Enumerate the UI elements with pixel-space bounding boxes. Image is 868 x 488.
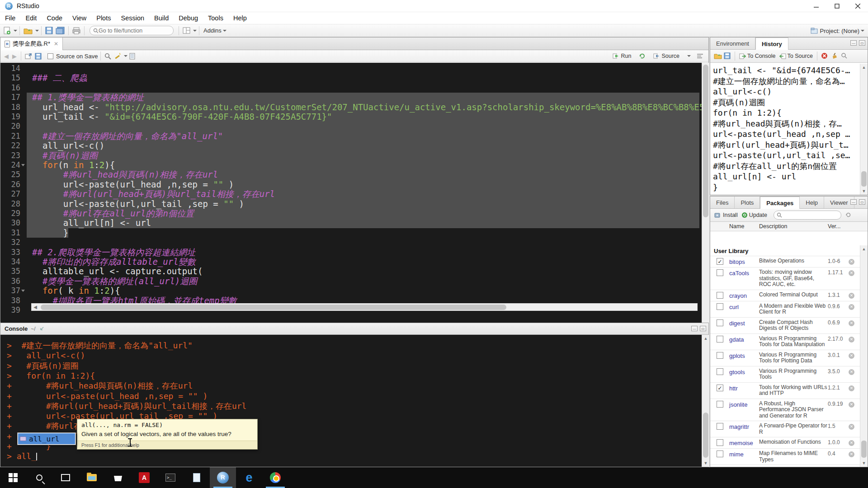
package-name-link[interactable]: gdata (729, 336, 759, 348)
taskbar-command-prompt-icon[interactable]: >_ (157, 467, 184, 488)
editor-horizontal-scrollbar[interactable]: ◀ (31, 303, 698, 311)
history-entry[interactable]: for(n in 1:2){ (713, 108, 860, 118)
taskbar-chrome-icon[interactable] (262, 467, 288, 488)
package-name-link[interactable]: httr (729, 385, 759, 397)
minimize-pane-icon[interactable]: — (850, 40, 857, 46)
save-history-icon[interactable] (724, 52, 731, 60)
remove-package-icon[interactable]: ✕ (849, 424, 854, 430)
save-icon[interactable] (35, 53, 42, 60)
taskbar-task-view-icon[interactable] (52, 467, 79, 488)
close-button[interactable] (847, 0, 868, 12)
history-scrollbar[interactable]: ▲ ▼ (860, 64, 868, 195)
back-icon[interactable]: ◀ (4, 53, 9, 60)
menu-file[interactable]: File (0, 12, 20, 24)
open-history-icon[interactable] (714, 52, 721, 60)
taskbar-store-icon[interactable] (105, 467, 131, 488)
tab-files[interactable]: Files (710, 197, 735, 208)
refresh-icon[interactable] (845, 211, 852, 219)
autocomplete-item[interactable]: all_url (18, 433, 75, 444)
tab-close-icon[interactable]: ✕ (54, 41, 58, 47)
new-file-caret[interactable] (14, 30, 17, 32)
goto-file-box[interactable] (90, 26, 174, 35)
compile-notebook-icon[interactable] (129, 53, 135, 60)
package-search-input[interactable] (782, 212, 836, 218)
to-console-button[interactable]: To Console (739, 53, 776, 59)
rerun-icon[interactable] (639, 53, 646, 59)
menu-session[interactable]: Session (116, 12, 149, 24)
column-name[interactable]: Name (729, 223, 759, 230)
package-checkbox[interactable] (717, 269, 723, 276)
scroll-left-arrow[interactable]: ◀ (32, 305, 39, 310)
package-name-link[interactable]: memoise (729, 439, 759, 446)
outline-icon[interactable] (697, 53, 703, 59)
run-button[interactable]: Run (613, 53, 631, 59)
package-name-link[interactable]: curl (729, 303, 759, 315)
menu-debug[interactable]: Debug (174, 12, 203, 24)
menu-view[interactable]: View (67, 12, 91, 24)
console-vertical-scrollbar[interactable]: ▲ ▼ (702, 335, 709, 467)
minimize-pane-icon[interactable]: — (691, 326, 698, 331)
menu-edit[interactable]: Edit (20, 12, 42, 24)
code-editor[interactable]: 1415161718192021222324252627282930313233… (0, 63, 709, 349)
print-icon[interactable] (72, 27, 80, 34)
package-checkbox[interactable] (717, 423, 723, 430)
maximize-button[interactable] (826, 0, 847, 12)
scroll-down-arrow[interactable]: ▼ (860, 460, 868, 467)
package-checkbox[interactable] (717, 319, 723, 326)
package-checkbox[interactable] (717, 336, 723, 343)
history-entry[interactable]: all_url[n] <- url (713, 171, 860, 182)
menu-code[interactable]: Code (42, 12, 67, 24)
remove-package-icon[interactable]: ✕ (849, 369, 854, 375)
menu-plots[interactable]: Plots (91, 12, 116, 24)
goto-file-input[interactable] (99, 28, 166, 34)
tab-history[interactable]: History (755, 38, 788, 50)
remove-package-icon[interactable]: ✕ (849, 293, 854, 299)
scrollbar-thumb[interactable] (703, 65, 708, 217)
taskbar-red-a-app-icon[interactable]: A (131, 467, 157, 488)
packages-scrollbar[interactable]: ▲ ▼ (860, 245, 868, 467)
tab-environment[interactable]: Environment (710, 38, 755, 49)
package-checkbox[interactable] (717, 439, 723, 446)
remove-entries-icon[interactable] (821, 52, 828, 60)
history-entry[interactable]: #頁碼(n)迴圈 (713, 97, 860, 108)
scrollbar-thumb[interactable] (861, 171, 867, 187)
search-history-icon[interactable] (841, 52, 848, 60)
save-all-icon[interactable] (56, 27, 65, 34)
history-entry[interactable]: #將url(url_head+頁碼)與url_t… (713, 140, 860, 150)
source-on-save-checkbox[interactable] (47, 53, 53, 59)
forward-icon[interactable]: ▶ (12, 53, 17, 60)
package-name-link[interactable]: caTools (729, 269, 759, 288)
tab-packages[interactable]: Packages (760, 197, 800, 209)
to-source-button[interactable]: To Source (779, 53, 813, 59)
find-icon[interactable] (104, 53, 111, 60)
menu-tools[interactable]: Tools (203, 12, 228, 24)
package-name-link[interactable]: digest (729, 319, 759, 332)
install-button[interactable]: Install (714, 212, 738, 218)
package-checkbox[interactable] (717, 401, 723, 408)
package-name-link[interactable]: bitops (729, 258, 759, 265)
scroll-up-arrow[interactable]: ▲ (702, 335, 709, 342)
remove-package-icon[interactable]: ✕ (849, 451, 854, 457)
menu-help[interactable]: Help (228, 12, 252, 24)
remove-package-icon[interactable]: ✕ (849, 320, 854, 326)
tab-help[interactable]: Help (800, 197, 824, 208)
history-entry[interactable]: url_tail <- "&id={6744E5C6-… (713, 65, 860, 76)
history-entry[interactable]: all_url<-c() (713, 86, 860, 97)
addins-caret[interactable] (223, 30, 226, 32)
update-button[interactable]: Update (741, 212, 767, 218)
taskbar-notepad-icon[interactable] (184, 467, 210, 488)
workspace-panes-icon[interactable] (183, 27, 190, 34)
package-name-link[interactable]: jsonlite (729, 401, 759, 419)
fold-arrow-icon[interactable] (21, 290, 25, 292)
maximize-pane-icon[interactable]: ▭ (700, 326, 706, 331)
package-name-link[interactable]: magrittr (729, 423, 759, 435)
history-entry[interactable]: url<-paste(url_head ,n,sep … (713, 129, 860, 140)
popout-icon[interactable] (25, 53, 32, 59)
scrollbar-thumb[interactable] (861, 441, 867, 458)
open-file-caret[interactable] (35, 30, 39, 32)
package-search-box[interactable] (774, 211, 841, 220)
package-checkbox[interactable] (717, 292, 723, 299)
open-file-icon[interactable] (24, 27, 33, 34)
clear-history-icon[interactable] (831, 52, 838, 60)
taskbar-rstudio-icon[interactable]: R (210, 467, 236, 488)
